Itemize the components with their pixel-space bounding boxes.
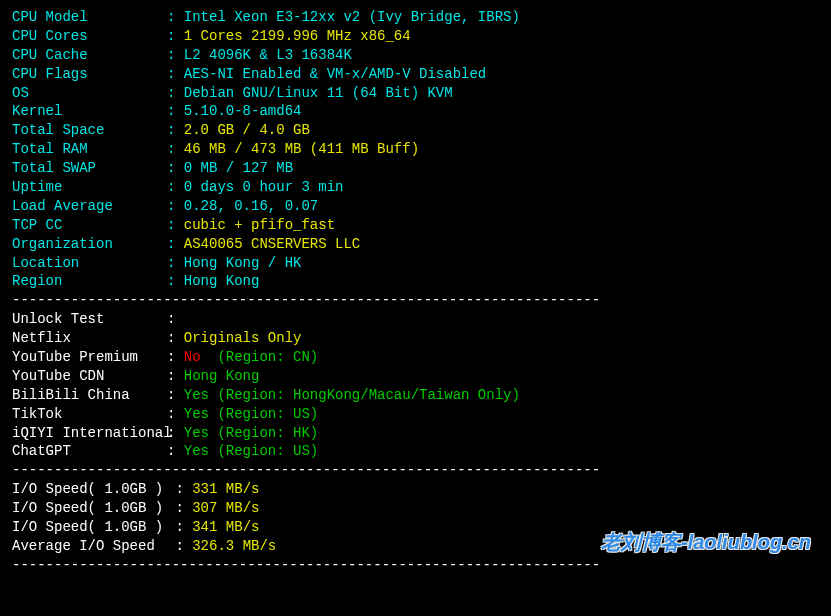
value-kernel: 5.10.0-8-amd64 [184, 103, 302, 119]
value-cpu-cores: 1 Cores 2199.996 MHz x86_64 [184, 28, 411, 44]
sysinfo-row: CPU Model: Intel Xeon E3-12xx v2 (Ivy Br… [12, 8, 819, 27]
label-youtube-premium: YouTube Premium [12, 348, 167, 367]
value-io-avg: 326.3 MB/s [192, 538, 276, 554]
io-row: I/O Speed( 1.0GB ) : 307 MB/s [12, 499, 819, 518]
label-io-1: I/O Speed( 1.0GB ) [12, 480, 167, 499]
label-io-avg: Average I/O Speed [12, 537, 167, 556]
value-youtube-cdn: Hong Kong [184, 368, 260, 384]
sysinfo-row: TCP CC: cubic + pfifo_fast [12, 216, 819, 235]
watermark-text: 老刘博客-laoliublog.cn [601, 529, 811, 556]
label-cpu-model: CPU Model [12, 8, 167, 27]
label-kernel: Kernel [12, 102, 167, 121]
value-tcp-cc: cubic + pfifo_fast [184, 217, 335, 233]
sysinfo-row: OS: Debian GNU/Linux 11 (64 Bit) KVM [12, 84, 819, 103]
value-youtube-premium: No [184, 349, 201, 365]
terminal-output: CPU Model: Intel Xeon E3-12xx v2 (Ivy Br… [12, 8, 819, 575]
label-netflix: Netflix [12, 329, 167, 348]
unlock-row: YouTube CDN: Hong Kong [12, 367, 819, 386]
unlock-row: YouTube Premium: No (Region: CN) [12, 348, 819, 367]
value-uptime: 0 days 0 hour 3 min [184, 179, 344, 195]
value-netflix: Originals Only [184, 330, 302, 346]
sysinfo-row: Kernel: 5.10.0-8-amd64 [12, 102, 819, 121]
io-row: I/O Speed( 1.0GB ) : 331 MB/s [12, 480, 819, 499]
value-organization: AS40065 CNSERVERS LLC [184, 236, 360, 252]
unlock-header-row: Unlock Test: [12, 310, 819, 329]
sysinfo-row: Region: Hong Kong [12, 272, 819, 291]
label-load-avg: Load Average [12, 197, 167, 216]
label-total-swap: Total SWAP [12, 159, 167, 178]
label-uptime: Uptime [12, 178, 167, 197]
value-total-ram: 46 MB / 473 MB (411 MB Buff) [184, 141, 419, 157]
label-total-space: Total Space [12, 121, 167, 140]
value-load-avg: 0.28, 0.16, 0.07 [184, 198, 318, 214]
value-os: Debian GNU/Linux 11 (64 Bit) KVM [184, 85, 453, 101]
value-cpu-model: Intel Xeon E3-12xx v2 (Ivy Bridge, IBRS) [184, 9, 520, 25]
label-youtube-cdn: YouTube CDN [12, 367, 167, 386]
label-unlock-test: Unlock Test [12, 310, 167, 329]
region-youtube-premium: (Region: CN) [201, 349, 319, 365]
divider-line: ----------------------------------------… [12, 291, 819, 310]
unlock-row: iQIYI International: Yes (Region: HK) [12, 424, 819, 443]
unlock-row: BiliBili China: Yes (Region: HongKong/Ma… [12, 386, 819, 405]
value-iqiyi: Yes (Region: HK) [184, 425, 318, 441]
label-os: OS [12, 84, 167, 103]
label-iqiyi: iQIYI International [12, 424, 167, 443]
unlock-row: Netflix: Originals Only [12, 329, 819, 348]
value-io-1: 331 MB/s [192, 481, 259, 497]
sysinfo-row: Uptime: 0 days 0 hour 3 min [12, 178, 819, 197]
sysinfo-row: Total SWAP: 0 MB / 127 MB [12, 159, 819, 178]
sysinfo-row: Load Average: 0.28, 0.16, 0.07 [12, 197, 819, 216]
sysinfo-row: Total RAM: 46 MB / 473 MB (411 MB Buff) [12, 140, 819, 159]
sysinfo-row: Location: Hong Kong / HK [12, 254, 819, 273]
unlock-row: TikTok: Yes (Region: US) [12, 405, 819, 424]
label-io-3: I/O Speed( 1.0GB ) [12, 518, 167, 537]
label-cpu-cores: CPU Cores [12, 27, 167, 46]
sysinfo-row: Organization: AS40065 CNSERVERS LLC [12, 235, 819, 254]
divider-line: ----------------------------------------… [12, 461, 819, 480]
label-organization: Organization [12, 235, 167, 254]
value-total-swap: 0 MB / 127 MB [184, 160, 293, 176]
label-tcp-cc: TCP CC [12, 216, 167, 235]
value-io-2: 307 MB/s [192, 500, 259, 516]
sysinfo-row: Total Space: 2.0 GB / 4.0 GB [12, 121, 819, 140]
value-tiktok: Yes (Region: US) [184, 406, 318, 422]
value-io-3: 341 MB/s [192, 519, 259, 535]
label-chatgpt: ChatGPT [12, 442, 167, 461]
divider-line: ----------------------------------------… [12, 556, 819, 575]
value-cpu-flags: AES-NI Enabled & VM-x/AMD-V Disabled [184, 66, 486, 82]
label-bilibili: BiliBili China [12, 386, 167, 405]
value-location: Hong Kong / HK [184, 255, 302, 271]
label-tiktok: TikTok [12, 405, 167, 424]
label-cpu-flags: CPU Flags [12, 65, 167, 84]
sysinfo-row: CPU Cache: L2 4096K & L3 16384K [12, 46, 819, 65]
value-region: Hong Kong [184, 273, 260, 289]
value-bilibili: Yes (Region: HongKong/Macau/Taiwan Only) [184, 387, 520, 403]
label-location: Location [12, 254, 167, 273]
label-cpu-cache: CPU Cache [12, 46, 167, 65]
unlock-row: ChatGPT: Yes (Region: US) [12, 442, 819, 461]
value-chatgpt: Yes (Region: US) [184, 443, 318, 459]
sysinfo-row: CPU Cores: 1 Cores 2199.996 MHz x86_64 [12, 27, 819, 46]
label-io-2: I/O Speed( 1.0GB ) [12, 499, 167, 518]
label-region: Region [12, 272, 167, 291]
value-total-space: 2.0 GB / 4.0 GB [184, 122, 310, 138]
label-total-ram: Total RAM [12, 140, 167, 159]
value-cpu-cache: L2 4096K & L3 16384K [184, 47, 352, 63]
sysinfo-row: CPU Flags: AES-NI Enabled & VM-x/AMD-V D… [12, 65, 819, 84]
